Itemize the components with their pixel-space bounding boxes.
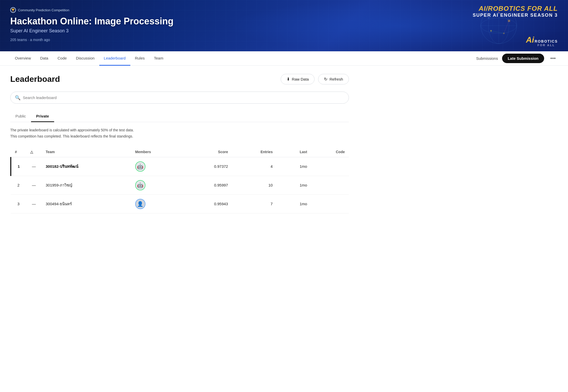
cell-last: 1mo xyxy=(277,194,311,213)
nav-code[interactable]: Code xyxy=(53,51,71,66)
banner-meta: 205 teams · a month ago xyxy=(10,38,558,42)
raw-data-button[interactable]: ⬇ Raw Data xyxy=(281,74,315,84)
ai-robotics-logo: Ai ROBOTICSFOR ALL xyxy=(526,35,558,47)
raw-data-label: Raw Data xyxy=(292,77,309,81)
member-avatar: 🤖 xyxy=(135,161,145,172)
banner: 📍 📶 💡 AI/ROBOTICS FOR ALL SUPER AI ENGIN… xyxy=(0,0,568,51)
col-code: Code xyxy=(311,147,349,157)
navigation: Overview Data Code Discussion Leaderboar… xyxy=(0,51,568,66)
leaderboard-tabs: Public Private xyxy=(10,111,349,122)
more-menu-button[interactable]: ••• xyxy=(548,54,558,62)
banner-branding: AI/ROBOTICS FOR ALL SUPER AI ENGINEER SE… xyxy=(473,5,558,18)
info-line-2: This competition has completed. This lea… xyxy=(10,133,349,140)
refresh-icon: ↻ xyxy=(324,77,327,82)
member-avatar: 🤖 xyxy=(135,180,145,190)
table-header: # △ Team Members Score Entries Last Code xyxy=(11,147,349,157)
cell-code xyxy=(311,157,349,176)
submissions-link[interactable]: Submissions xyxy=(476,56,498,61)
refresh-button[interactable]: ↻ Refresh xyxy=(318,74,349,84)
search-container: 🔍 xyxy=(10,92,349,104)
leaderboard-info: The private leaderboard is calculated wi… xyxy=(10,127,349,140)
info-line-1: The private leaderboard is calculated wi… xyxy=(10,127,349,133)
cell-members: 🤖 xyxy=(131,176,184,194)
col-entries: Entries xyxy=(232,147,277,157)
refresh-label: Refresh xyxy=(329,77,343,81)
cell-last: 1mo xyxy=(277,157,311,176)
cell-delta: — xyxy=(26,157,42,176)
col-rank: # xyxy=(11,147,26,157)
nav-data[interactable]: Data xyxy=(36,51,53,66)
cell-team[interactable]: 300494-ธนินทร์ xyxy=(42,194,131,213)
col-members: Members xyxy=(131,147,184,157)
cell-rank: 2 xyxy=(11,176,26,194)
nav-leaderboard[interactable]: Leaderboard xyxy=(99,51,130,66)
table-body: 1—300182-ปรินทพัฒน์🤖0.9737241mo2—301959-… xyxy=(11,157,349,213)
cell-rank: 3 xyxy=(11,194,26,213)
col-team: Team xyxy=(42,147,131,157)
nav-discussion[interactable]: Discussion xyxy=(71,51,99,66)
logo-ai-letter: Ai xyxy=(526,35,534,45)
table-row: 1—300182-ปรินทพัฒน์🤖0.9737241mo xyxy=(11,157,349,176)
cell-code xyxy=(311,176,349,194)
col-last: Last xyxy=(277,147,311,157)
cell-members: 👤 xyxy=(131,194,184,213)
col-delta: △ xyxy=(26,147,42,157)
search-input[interactable] xyxy=(10,92,349,104)
cell-entries: 4 xyxy=(232,157,277,176)
table-row: 2—301959-ภาวิชญ์🤖0.95997101mo xyxy=(11,176,349,194)
banner-season: Super AI Engineer Season 3 xyxy=(10,28,558,34)
tab-private[interactable]: Private xyxy=(31,111,54,122)
cell-team[interactable]: 300182-ปรินทพัฒน์ xyxy=(42,157,131,176)
super-ai-text: SUPER AI ENGINEER SEASON 3 xyxy=(473,13,558,18)
search-icon: 🔍 xyxy=(15,95,21,101)
member-avatar: 👤 xyxy=(135,199,145,209)
cell-entries: 10 xyxy=(232,176,277,194)
community-label: Community Prediction Competition xyxy=(18,8,69,12)
download-icon: ⬇ xyxy=(287,77,290,82)
col-score: Score xyxy=(184,147,232,157)
cell-code xyxy=(311,194,349,213)
leaderboard-table: # △ Team Members Score Entries Last Code… xyxy=(10,147,349,213)
nav-team[interactable]: Team xyxy=(149,51,168,66)
logo-robotics-text: ROBOTICSFOR ALL xyxy=(535,40,558,47)
nav-right: Submissions Late Submission ••• xyxy=(476,54,558,63)
cell-team[interactable]: 301959-ภาวิชญ์ xyxy=(42,176,131,194)
leaderboard-header: Leaderboard ⬇ Raw Data ↻ Refresh xyxy=(10,74,349,84)
ai-text: AI/ROBOTICS FOR ALL xyxy=(479,5,558,12)
nav-overview[interactable]: Overview xyxy=(10,51,36,66)
cell-delta: — xyxy=(26,194,42,213)
main-content: Leaderboard ⬇ Raw Data ↻ Refresh 🔍 Publi… xyxy=(0,66,359,224)
cell-delta: — xyxy=(26,176,42,194)
late-submission-button[interactable]: Late Submission xyxy=(502,54,544,63)
cell-score: 0.97372 xyxy=(184,157,232,176)
trophy-icon: 🏆 xyxy=(10,7,16,13)
leaderboard-title: Leaderboard xyxy=(10,74,60,84)
cell-members: 🤖 xyxy=(131,157,184,176)
nav-links: Overview Data Code Discussion Leaderboar… xyxy=(10,51,476,65)
cell-score: 0.95943 xyxy=(184,194,232,213)
nav-rules[interactable]: Rules xyxy=(130,51,149,66)
cell-rank: 1 xyxy=(11,157,26,176)
cell-last: 1mo xyxy=(277,176,311,194)
table-row: 3—300494-ธนินทร์👤0.9594371mo xyxy=(11,194,349,213)
cell-entries: 7 xyxy=(232,194,277,213)
cell-score: 0.95997 xyxy=(184,176,232,194)
tab-public[interactable]: Public xyxy=(10,111,31,122)
leaderboard-actions: ⬇ Raw Data ↻ Refresh xyxy=(281,74,349,84)
